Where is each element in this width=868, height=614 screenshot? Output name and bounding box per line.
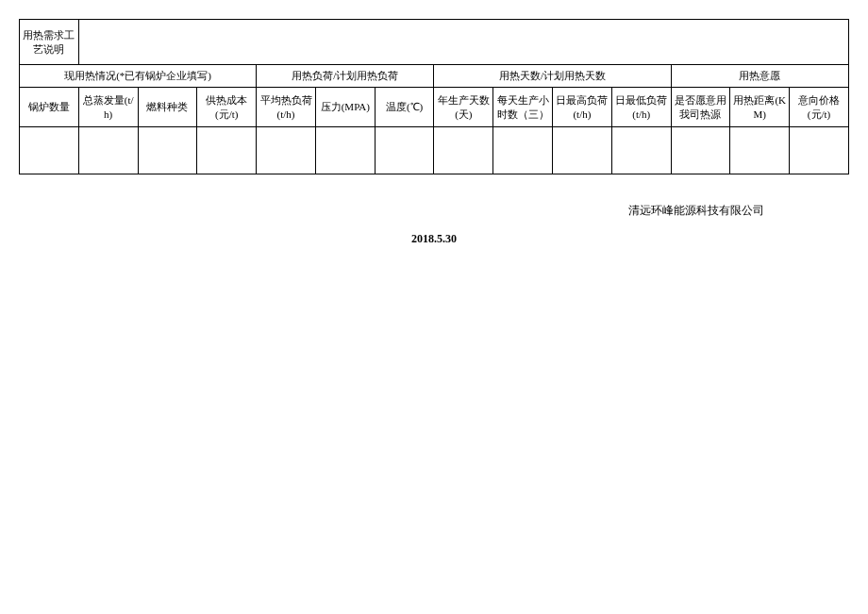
cell-pressure — [315, 127, 375, 174]
cell-fuel-type — [138, 127, 197, 174]
cell-intended-price — [790, 127, 849, 174]
col-willingness: 是否愿意用我司热源 — [671, 88, 730, 127]
table-row — [20, 127, 849, 174]
note-label: 用热需求工艺说明 — [20, 20, 79, 65]
cell-heat-cost — [197, 127, 257, 174]
cell-willingness — [671, 127, 730, 174]
cell-heat-distance — [730, 127, 790, 174]
col-min-load: 日最低负荷(t/h) — [611, 88, 671, 127]
col-temperature: 温度(℃) — [375, 88, 434, 127]
group-heat-intention: 用热意愿 — [671, 65, 848, 88]
col-boiler-count: 锅炉数量 — [20, 88, 79, 127]
col-avg-load: 平均热负荷(t/h) — [257, 88, 316, 127]
col-heat-cost: 供热成本(元/t) — [197, 88, 257, 127]
group-heat-load: 用热负荷/计划用热负荷 — [257, 65, 434, 88]
col-max-load: 日最高负荷(t/h) — [553, 88, 612, 127]
cell-prod-hours — [493, 127, 553, 174]
cell-prod-days — [434, 127, 493, 174]
col-prod-hours: 每天生产小时数（三） — [493, 88, 553, 127]
cell-avg-load — [257, 127, 316, 174]
cell-total-evap — [78, 127, 138, 174]
col-heat-distance: 用热距离(KM) — [730, 88, 790, 127]
company-name: 清远环峰能源科技有限公司 — [19, 203, 849, 219]
cell-max-load — [553, 127, 612, 174]
cell-min-load — [611, 127, 671, 174]
col-total-evap: 总蒸发量(t/h) — [78, 88, 138, 127]
group-heat-days: 用热天数/计划用热天数 — [434, 65, 671, 88]
heat-survey-table: 用热需求工艺说明 现用热情况(*已有锅炉企业填写) 用热负荷/计划用热负荷 用热… — [19, 19, 849, 174]
cell-boiler-count — [20, 127, 79, 174]
col-fuel-type: 燃料种类 — [138, 88, 197, 127]
col-intended-price: 意向价格(元/t) — [790, 88, 849, 127]
col-pressure: 压力(MPA) — [315, 88, 375, 127]
document-date: 2018.5.30 — [19, 232, 849, 246]
group-current-heat: 现用热情况(*已有锅炉企业填写) — [20, 65, 257, 88]
cell-temperature — [375, 127, 434, 174]
note-value — [78, 20, 848, 65]
col-prod-days: 年生产天数(天) — [434, 88, 493, 127]
